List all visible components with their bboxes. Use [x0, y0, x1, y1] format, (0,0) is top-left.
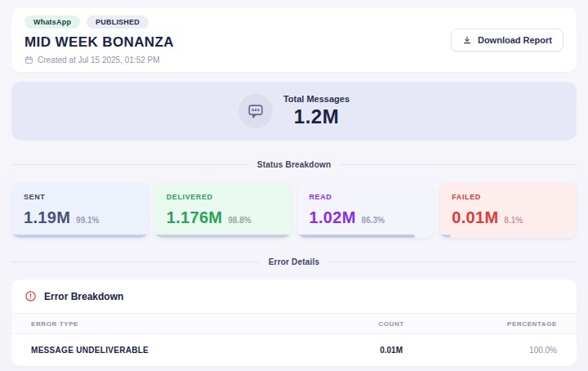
- error-type-column-header: ERROR TYPE: [31, 320, 320, 328]
- status-progress-fill: [154, 235, 290, 238]
- total-messages-card: Total Messages 1.2M: [11, 82, 577, 141]
- status-card-delivered: DELIVERED 1.176M 98.8%: [154, 182, 292, 238]
- error-breakdown-title: Error Breakdown: [44, 291, 123, 302]
- status-breakdown-heading: Status Breakdown: [257, 160, 331, 169]
- created-at-row: Created at Jul 15 2025, 01:52 PM: [24, 56, 174, 65]
- status-value-row: 0.01M 8.1%: [452, 208, 564, 227]
- status-card-label: DELIVERED: [167, 193, 279, 201]
- error-details-heading: Error Details: [269, 257, 320, 266]
- status-progress-track: [439, 235, 577, 238]
- total-messages-value: 1.2M: [283, 105, 350, 128]
- status-card-sent: SENT 1.19M 99.1%: [11, 182, 149, 238]
- error-breakdown-card: Error Breakdown ERROR TYPE COUNT PERCENT…: [11, 279, 577, 366]
- status-card-percentage: 98.8%: [228, 216, 251, 225]
- status-value-row: 1.19M 99.1%: [24, 208, 136, 227]
- badges-row: WhatsApp PUBLISHED: [24, 16, 174, 29]
- status-card-read: READ 1.02M 86.3%: [297, 182, 434, 238]
- error-table-header: ERROR TYPE COUNT PERCENTAGE: [11, 313, 577, 334]
- page-title: MID WEEK BONANZA: [24, 34, 174, 51]
- status-card-percentage: 86.3%: [362, 216, 385, 225]
- status-badge: PUBLISHED: [87, 16, 149, 29]
- total-messages-text: Total Messages 1.2M: [283, 94, 350, 128]
- alert-circle-icon: [24, 290, 37, 302]
- error-details-divider: Error Details: [11, 257, 577, 266]
- download-icon: [462, 35, 472, 45]
- status-value-row: 1.02M 86.3%: [310, 208, 422, 227]
- status-progress-track: [154, 235, 292, 238]
- status-card-percentage: 8.1%: [504, 216, 523, 225]
- percentage-column-header: PERCENTAGE: [462, 320, 557, 328]
- divider-line: [11, 261, 259, 262]
- channel-badge: WhatsApp: [24, 16, 80, 29]
- divider-line: [341, 164, 577, 165]
- created-at-text: Created at Jul 15 2025, 01:52 PM: [38, 56, 160, 65]
- status-breakdown-divider: Status Breakdown: [11, 160, 577, 169]
- status-card-label: SENT: [24, 193, 136, 201]
- campaign-header-card: WhatsApp PUBLISHED MID WEEK BONANZA Crea…: [11, 8, 577, 72]
- total-messages-label: Total Messages: [283, 94, 350, 104]
- campaign-info: WhatsApp PUBLISHED MID WEEK BONANZA Crea…: [24, 16, 174, 65]
- status-progress-fill: [297, 235, 416, 238]
- status-card-value: 1.19M: [24, 208, 70, 227]
- status-card-failed: FAILED 0.01M 8.1%: [439, 182, 577, 238]
- divider-line: [11, 164, 247, 165]
- status-progress-track: [297, 235, 434, 238]
- status-card-label: FAILED: [452, 193, 564, 201]
- download-report-button[interactable]: Download Report: [451, 29, 564, 51]
- error-type-cell: MESSAGE UNDELIVERABLE: [31, 346, 320, 355]
- status-card-value: 1.02M: [310, 208, 356, 227]
- chat-bubble-icon: [247, 102, 265, 120]
- report-page: WhatsApp PUBLISHED MID WEEK BONANZA Crea…: [0, 0, 588, 371]
- status-card-value: 1.176M: [167, 208, 223, 227]
- total-messages-icon-circle: [238, 94, 273, 128]
- status-value-row: 1.176M 98.8%: [167, 208, 279, 227]
- status-card-percentage: 99.1%: [76, 216, 99, 225]
- status-progress-fill: [439, 235, 451, 238]
- status-cards-row: SENT 1.19M 99.1% DELIVERED 1.176M 98.8% …: [11, 182, 577, 238]
- divider-line: [329, 261, 577, 262]
- status-card-label: READ: [310, 193, 422, 201]
- status-progress-track: [11, 235, 149, 238]
- error-table-row: MESSAGE UNDELIVERABLE 0.01M 100.0%: [11, 334, 577, 366]
- download-button-label: Download Report: [478, 35, 552, 45]
- status-progress-fill: [11, 235, 147, 238]
- error-percentage-cell: 100.0%: [462, 346, 557, 355]
- count-column-header: COUNT: [320, 320, 462, 328]
- calendar-icon: [24, 56, 33, 65]
- error-breakdown-header: Error Breakdown: [11, 279, 577, 313]
- status-card-value: 0.01M: [452, 208, 498, 227]
- error-count-cell: 0.01M: [320, 346, 462, 355]
